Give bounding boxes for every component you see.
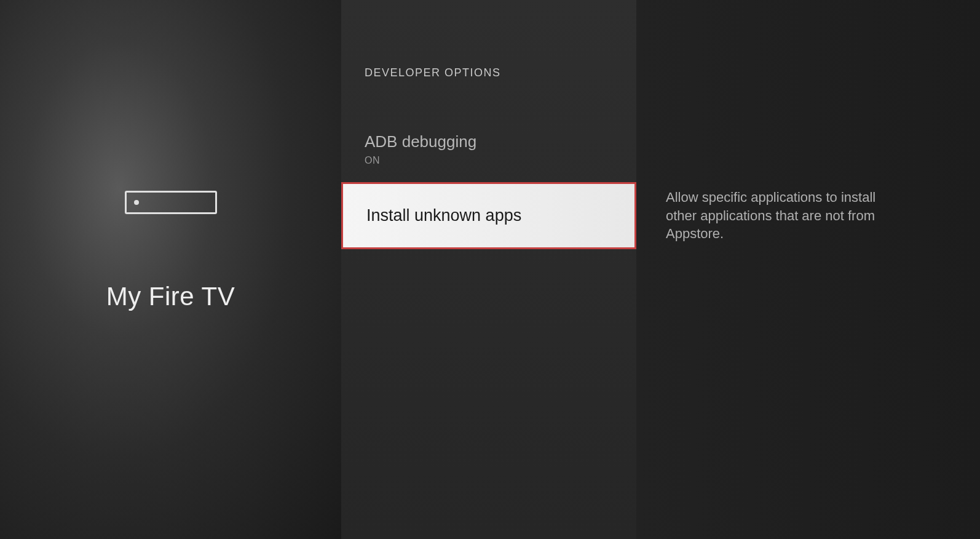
section-header: DEVELOPER OPTIONS: [341, 66, 636, 79]
menu-item-adb-debugging[interactable]: ADB debugging ON: [341, 121, 636, 177]
menu-item-status: ON: [365, 155, 613, 166]
device-title: My Fire TV: [106, 282, 235, 311]
menu-item-title: Install unknown apps: [366, 206, 611, 225]
menu-panel: DEVELOPER OPTIONS ADB debugging ON Insta…: [341, 0, 636, 539]
menu-item-title: ADB debugging: [365, 132, 613, 151]
device-indicator-dot-icon: [134, 200, 139, 205]
device-rectangle-icon: [125, 191, 217, 214]
fire-tv-device-icon: [125, 191, 217, 214]
menu-item-install-unknown-apps[interactable]: Install unknown apps: [341, 182, 636, 249]
item-description: Allow specific applications to install o…: [666, 188, 887, 243]
description-panel: Allow specific applications to install o…: [636, 0, 980, 539]
left-panel: My Fire TV: [0, 0, 341, 539]
